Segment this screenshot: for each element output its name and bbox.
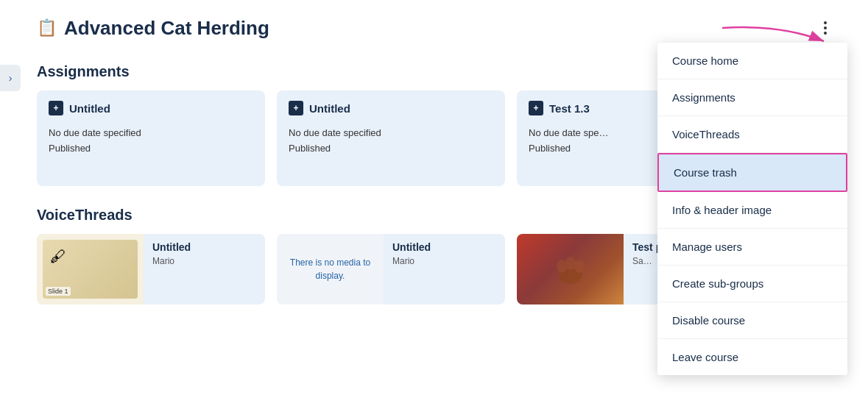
vt-info: Untitled Mario <box>144 234 265 304</box>
page-header: 📋 Advanced Cat Herding <box>37 15 839 41</box>
vt-thumbnail-photo <box>517 234 624 304</box>
ink-decoration: 🖋 <box>50 247 66 266</box>
assignment-card[interactable]: + Untitled No due date specified Publish… <box>277 90 505 186</box>
assignment-icon: + <box>529 101 543 115</box>
page-title-row: 📋 Advanced Cat Herding <box>37 17 269 40</box>
dropdown-item-course-trash[interactable]: Course trash <box>657 153 847 192</box>
voicethread-card[interactable]: 🖋 Slide 1 Untitled Mario <box>37 234 265 304</box>
dropdown-menu: Course home Assignments VoiceThreads Cou… <box>657 43 847 375</box>
vt-user: Mario <box>152 256 256 266</box>
chevron-right-icon: › <box>9 72 13 84</box>
vt-title: Untitled <box>392 241 496 253</box>
status: Published <box>289 141 493 157</box>
dropdown-item-info-header-image[interactable]: Info & header image <box>657 192 847 229</box>
dropdown-item-manage-users[interactable]: Manage users <box>657 229 847 266</box>
vt-title: Untitled <box>152 241 256 253</box>
vt-info: Untitled Mario <box>384 234 505 304</box>
vt-no-media: There is no media to display. <box>277 234 384 304</box>
page-title: Advanced Cat Herding <box>64 17 269 40</box>
card-title: Untitled <box>309 102 350 115</box>
dropdown-item-disable-course[interactable]: Disable course <box>657 302 847 339</box>
dropdown-item-create-sub-groups[interactable]: Create sub-groups <box>657 266 847 302</box>
card-header: + Untitled <box>289 101 493 115</box>
vt-thumbnail-image: 🖋 Slide 1 <box>43 240 138 299</box>
due-date: No due date specified <box>289 126 493 141</box>
vt-thumbnail: 🖋 Slide 1 <box>37 234 144 304</box>
due-date: No due date specified <box>49 126 253 141</box>
slide-label: Slide 1 <box>46 287 71 296</box>
assignment-icon: + <box>289 101 303 115</box>
card-title: Untitled <box>69 102 110 115</box>
svg-point-4 <box>574 260 585 273</box>
vt-user: Mario <box>392 256 496 266</box>
no-media-text: There is no media to display. <box>286 256 375 282</box>
svg-point-2 <box>557 260 567 273</box>
assignment-icon: + <box>49 101 63 115</box>
card-meta: No due date specified Published <box>49 126 253 157</box>
dropdown-item-assignments[interactable]: Assignments <box>657 79 847 116</box>
card-header: + Untitled <box>49 101 253 115</box>
voicethread-card[interactable]: There is no media to display. Untitled M… <box>277 234 505 304</box>
dropdown-item-course-home[interactable]: Course home <box>657 43 847 79</box>
status: Published <box>49 141 253 157</box>
dropdown-item-leave-course[interactable]: Leave course <box>657 339 847 375</box>
assignment-card[interactable]: + Untitled No due date specified Publish… <box>37 90 265 186</box>
three-dot-menu-button[interactable] <box>812 15 839 41</box>
three-dot-icon <box>824 21 827 35</box>
svg-point-3 <box>565 257 576 270</box>
dropdown-item-voicethreads[interactable]: VoiceThreads <box>657 116 847 153</box>
card-meta: No due date specified Published <box>289 126 493 157</box>
card-title: Test 1.3 <box>549 102 590 115</box>
sidebar-toggle-button[interactable]: › <box>0 65 21 91</box>
course-icon: 📋 <box>37 18 57 38</box>
